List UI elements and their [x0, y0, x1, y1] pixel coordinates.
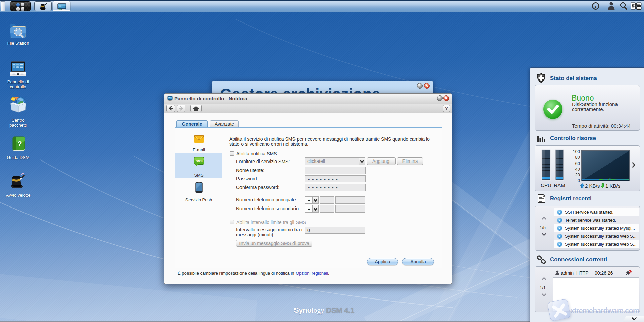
svg-text:i: i: [595, 4, 597, 9]
svg-text:?: ?: [17, 140, 22, 148]
svg-text:SMS: SMS: [196, 159, 203, 163]
